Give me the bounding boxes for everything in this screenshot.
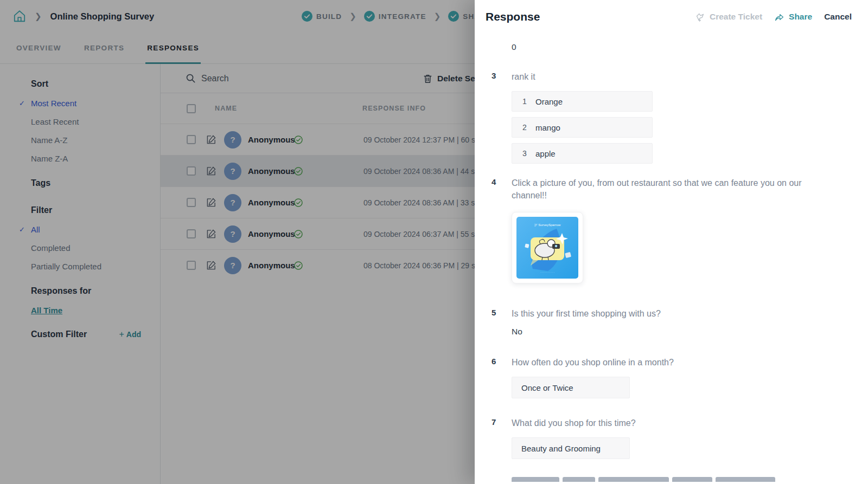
scrolled-answer: 0 — [512, 42, 846, 52]
question-6: 6 How often do you shop online in a mont… — [492, 356, 846, 369]
rank-answer-list: 1 Orange 2 mango 3 apple — [512, 91, 846, 164]
rank-item: 3 apple — [512, 143, 653, 164]
question-number: 6 — [492, 356, 512, 369]
question-4: 4 Click a picture of you, from out resta… — [492, 177, 846, 202]
response-detail-panel: Response Create Ticket Share Cancel 0 3 … — [475, 0, 868, 484]
rank-number: 2 — [522, 123, 535, 132]
rank-label: mango — [535, 123, 560, 132]
question-3: 3 rank it — [492, 70, 846, 83]
question-number: 5 — [492, 307, 512, 320]
question-text: Click a picture of you, from out restaur… — [512, 177, 807, 202]
question-number: 4 — [492, 177, 512, 202]
answer-choice: Once or Twice — [512, 377, 630, 398]
response-answers: 0 3 rank it 1 Orange 2 mango 3 apple 4 C… — [475, 34, 868, 484]
rank-number: 3 — [522, 149, 535, 158]
rank-label: Orange — [535, 97, 563, 106]
uploaded-image: 🕊 SurveySparrow · · · · · · · · · · — [516, 217, 578, 279]
question-text: rank it — [512, 70, 535, 83]
rank-item: 1 Orange — [512, 91, 653, 112]
question-text: Is this your first time shopping with us… — [512, 307, 661, 320]
question-number: 7 — [492, 417, 512, 429]
panel-header: Response Create Ticket Share Cancel — [475, 0, 868, 34]
cancel-button[interactable]: Cancel — [824, 12, 852, 22]
answer-text: No — [512, 327, 846, 337]
answer-choice: Beauty and Grooming — [512, 437, 630, 459]
question-5: 5 Is this your first time shopping with … — [492, 307, 846, 320]
panel-title: Response — [486, 10, 695, 23]
create-ticket-button[interactable]: Create Ticket — [695, 12, 762, 22]
question-7: 7 What did you shop for this time? — [492, 417, 846, 429]
response-image-thumbnail[interactable]: 🕊 SurveySparrow · · · · · · · · · · — [512, 212, 583, 283]
rank-label: apple — [535, 149, 556, 158]
rank-number: 1 — [522, 97, 535, 106]
rank-item: 2 mango — [512, 117, 653, 138]
create-ticket-icon — [695, 12, 705, 22]
share-button[interactable]: Share — [774, 12, 812, 22]
question-number: 3 — [492, 70, 512, 83]
clipped-next-question — [512, 477, 846, 482]
share-icon — [774, 12, 784, 22]
question-text: What did you shop for this time? — [512, 417, 636, 429]
question-text: How often do you shop online in a month? — [512, 356, 674, 369]
svg-text:🕊 SurveySparrow: 🕊 SurveySparrow — [534, 223, 561, 227]
svg-text:· · · · · · · · · ·: · · · · · · · · · · — [540, 271, 554, 274]
